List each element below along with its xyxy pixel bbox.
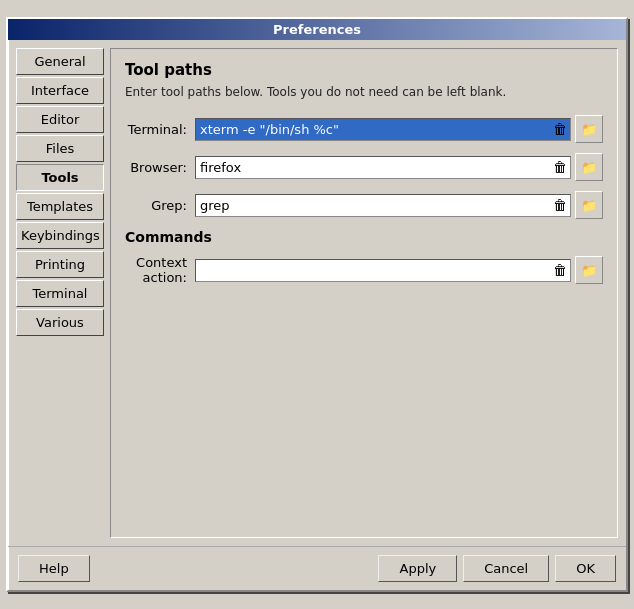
panel-title: Tool paths: [125, 61, 603, 79]
preferences-window: Preferences General Interface Editor Fil…: [6, 17, 628, 592]
titlebar: Preferences: [8, 19, 626, 40]
sidebar: General Interface Editor Files Tools Tem…: [16, 48, 104, 538]
bottom-bar: Help Apply Cancel OK: [8, 546, 626, 590]
commands-title: Commands: [125, 229, 603, 245]
sidebar-item-printing[interactable]: Printing: [16, 251, 104, 278]
sidebar-item-interface[interactable]: Interface: [16, 77, 104, 104]
browser-browse-button[interactable]: 📁: [575, 153, 603, 181]
browser-label: Browser:: [125, 160, 195, 175]
context-action-clear-button[interactable]: 🗑: [550, 261, 570, 279]
terminal-input[interactable]: [196, 119, 550, 140]
grep-input[interactable]: [196, 195, 550, 216]
clear-icon: 🗑: [553, 159, 567, 175]
grep-clear-button[interactable]: 🗑: [550, 196, 570, 214]
ok-button[interactable]: OK: [555, 555, 616, 582]
browser-field-row: Browser: 🗑 📁: [125, 153, 603, 181]
sidebar-item-terminal[interactable]: Terminal: [16, 280, 104, 307]
terminal-input-wrap: 🗑: [195, 118, 571, 141]
context-action-browse-button[interactable]: 📁: [575, 256, 603, 284]
clear-icon: 🗑: [553, 262, 567, 278]
grep-input-wrap: 🗑: [195, 194, 571, 217]
sidebar-item-keybindings[interactable]: Keybindings: [16, 222, 104, 249]
browser-input[interactable]: [196, 157, 550, 178]
clear-icon: 🗑: [553, 121, 567, 137]
sidebar-item-tools[interactable]: Tools: [16, 164, 104, 191]
terminal-clear-button[interactable]: 🗑: [550, 120, 570, 138]
terminal-label: Terminal:: [125, 122, 195, 137]
sidebar-item-templates[interactable]: Templates: [16, 193, 104, 220]
folder-icon: 📁: [581, 160, 597, 175]
bottom-right-buttons: Apply Cancel OK: [378, 555, 616, 582]
main-panel: Tool paths Enter tool paths below. Tools…: [110, 48, 618, 538]
sidebar-item-editor[interactable]: Editor: [16, 106, 104, 133]
terminal-field-row: Terminal: 🗑 📁: [125, 115, 603, 143]
context-action-label: Context action:: [125, 255, 195, 285]
folder-icon: 📁: [581, 122, 597, 137]
grep-label: Grep:: [125, 198, 195, 213]
clear-icon: 🗑: [553, 197, 567, 213]
apply-button[interactable]: Apply: [378, 555, 457, 582]
folder-icon: 📁: [581, 198, 597, 213]
window-title: Preferences: [273, 22, 361, 37]
grep-field-row: Grep: 🗑 📁: [125, 191, 603, 219]
grep-browse-button[interactable]: 📁: [575, 191, 603, 219]
context-action-input[interactable]: [196, 260, 550, 281]
context-action-field-row: Context action: 🗑 📁: [125, 255, 603, 285]
browser-clear-button[interactable]: 🗑: [550, 158, 570, 176]
cancel-button[interactable]: Cancel: [463, 555, 549, 582]
context-action-input-wrap: 🗑: [195, 259, 571, 282]
content-area: General Interface Editor Files Tools Tem…: [8, 40, 626, 546]
sidebar-item-files[interactable]: Files: [16, 135, 104, 162]
terminal-browse-button[interactable]: 📁: [575, 115, 603, 143]
sidebar-item-general[interactable]: General: [16, 48, 104, 75]
browser-input-wrap: 🗑: [195, 156, 571, 179]
folder-icon: 📁: [581, 263, 597, 278]
sidebar-item-various[interactable]: Various: [16, 309, 104, 336]
panel-description: Enter tool paths below. Tools you do not…: [125, 85, 603, 99]
help-button[interactable]: Help: [18, 555, 90, 582]
